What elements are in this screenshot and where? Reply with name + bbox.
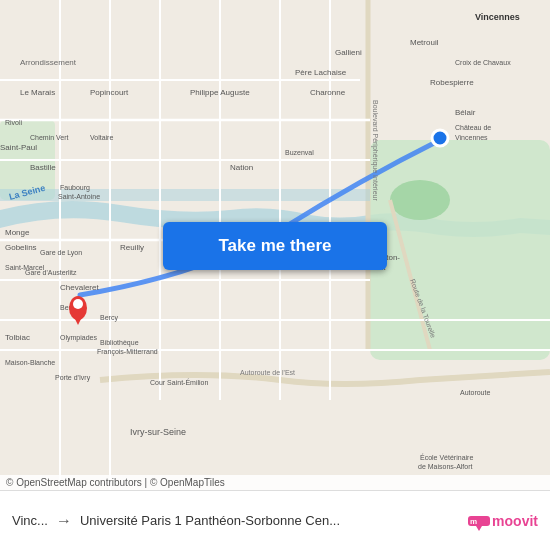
svg-text:Charonne: Charonne (310, 88, 346, 97)
svg-text:Saint-Antoine: Saint-Antoine (58, 193, 100, 200)
svg-text:Cour Saint-Émilion: Cour Saint-Émilion (150, 378, 208, 386)
svg-text:de Maisons-Alfort: de Maisons-Alfort (418, 463, 473, 470)
svg-text:Père Lachaise: Père Lachaise (295, 68, 347, 77)
svg-text:m: m (470, 517, 477, 526)
svg-text:Bélair: Bélair (455, 108, 476, 117)
svg-rect-1 (370, 140, 550, 360)
svg-text:Gare de Lyon: Gare de Lyon (40, 249, 82, 257)
svg-text:Le Marais: Le Marais (20, 88, 55, 97)
moovit-logo: m moovit (468, 510, 538, 532)
svg-text:Autoroute: Autoroute (460, 389, 490, 396)
svg-text:Autoroute de l'Est: Autoroute de l'Est (240, 369, 295, 376)
svg-text:Monge: Monge (5, 228, 30, 237)
attribution: © OpenStreetMap contributors | © OpenMap… (0, 475, 550, 490)
svg-text:Château de: Château de (455, 124, 491, 131)
svg-text:Voltaire: Voltaire (90, 134, 113, 141)
svg-text:Bibliothèque: Bibliothèque (100, 339, 139, 347)
svg-text:Croix de Chavaux: Croix de Chavaux (455, 59, 511, 66)
svg-text:Gare d'Austerlitz: Gare d'Austerlitz (25, 269, 77, 276)
moovit-logo-icon: m (468, 510, 490, 532)
moovit-logo-text: moovit (492, 513, 538, 529)
svg-text:Olympiades: Olympiades (60, 334, 97, 342)
svg-text:Faubourg: Faubourg (60, 184, 90, 192)
map-container: Arrondissement Le Marais Popincourt Phil… (0, 0, 550, 490)
svg-text:Arrondissement: Arrondissement (20, 58, 77, 67)
svg-text:Buzenval: Buzenval (285, 149, 314, 156)
svg-text:Porte d'Ivry: Porte d'Ivry (55, 374, 91, 382)
svg-text:Rivoli: Rivoli (5, 119, 23, 126)
svg-point-2 (390, 180, 450, 220)
origin-label: Vinc... (12, 513, 48, 528)
svg-text:Chemin Vert: Chemin Vert (30, 134, 69, 141)
svg-text:Gallieni: Gallieni (335, 48, 362, 57)
svg-text:Philippe Auguste: Philippe Auguste (190, 88, 250, 97)
svg-text:Maison-Blanche: Maison-Blanche (5, 359, 55, 366)
svg-text:Nation: Nation (230, 163, 253, 172)
svg-text:Chevaleret: Chevaleret (60, 283, 99, 292)
arrow-icon: → (56, 512, 72, 530)
svg-text:François-Mitterrand: François-Mitterrand (97, 348, 158, 356)
svg-text:École Vétérinaire: École Vétérinaire (420, 453, 473, 461)
svg-text:Vincennes: Vincennes (475, 12, 520, 22)
bottom-bar: Vinc... → Université Paris 1 Panthéon-So… (0, 490, 550, 550)
svg-point-71 (432, 130, 448, 146)
svg-text:Robespierre: Robespierre (430, 78, 474, 87)
svg-text:Saint-Paul: Saint-Paul (0, 143, 37, 152)
svg-text:Bercy: Bercy (100, 314, 118, 322)
svg-text:Metrouil: Metrouil (410, 38, 439, 47)
svg-text:Bastille: Bastille (30, 163, 56, 172)
svg-text:Tolbiac: Tolbiac (5, 333, 30, 342)
svg-text:Popincourt: Popincourt (90, 88, 129, 97)
svg-text:Gobelins: Gobelins (5, 243, 37, 252)
svg-text:Reuilly: Reuilly (120, 243, 144, 252)
svg-text:Boulevard Périphérique Intérie: Boulevard Périphérique Intérieur (371, 100, 379, 201)
take-me-there-button[interactable]: Take me there (163, 222, 387, 270)
svg-text:Ivry-sur-Seine: Ivry-sur-Seine (130, 427, 186, 437)
svg-point-73 (73, 299, 83, 309)
destination-label: Université Paris 1 Panthéon-Sorbonne Cen… (80, 513, 468, 528)
svg-marker-76 (476, 526, 482, 531)
svg-text:Vincennes: Vincennes (455, 134, 488, 141)
